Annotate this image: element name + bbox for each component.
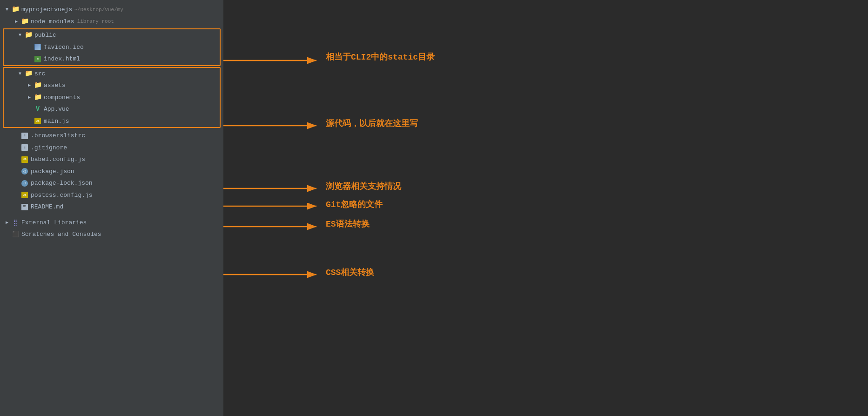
tree-item-label: src [34, 69, 45, 79]
vue-file-icon: V [34, 105, 42, 114]
arrow-down-icon: ▼ [17, 32, 23, 39]
tree-item-browserslistrc[interactable]: ≡ .browserslistrc [0, 130, 223, 142]
tree-item-label: README.md [31, 202, 63, 212]
arrow-right-icon: ▶ [13, 18, 20, 25]
arrow-down-icon: ▼ [17, 70, 23, 77]
annotation-postcss: CSS相关转换 [326, 267, 374, 278]
annotation-panel: 相当于CLI2中的static目录 源代码，以后就在这里写 浏览器相关支持情况 … [223, 0, 868, 416]
json-file-icon: {} [20, 167, 29, 175]
tree-item-node-modules[interactable]: ▶ 📁 node_modules library root [0, 16, 223, 28]
tree-item-scratches[interactable]: ⬛ Scratches and Consoles [0, 228, 223, 241]
scratch-icon: ⬛ [11, 230, 20, 239]
tree-item-assets[interactable]: ▶ 📁 assets [4, 80, 220, 92]
tree-item-label: components [44, 93, 80, 102]
js-file-icon: JS [20, 191, 29, 199]
tree-item-label: node_modules [31, 17, 74, 27]
tree-item-label: main.js [44, 117, 69, 126]
annotation-browserslistrc: 浏览器相关支持情况 [326, 181, 401, 192]
file-tree-panel: ▼ 📁 myprojectvuejs ~/Desktop/Vue/my ▶ 📁 … [0, 0, 223, 416]
tree-item-postcss-config[interactable]: JS postcss.config.js [0, 189, 223, 201]
tree-item-label: index.html [44, 54, 80, 64]
tree-item-external-libraries[interactable]: ▶ ⣿ External Libraries [0, 217, 223, 229]
tree-item-components[interactable]: ▶ 📁 components [4, 92, 220, 104]
folder-icon: 📁 [34, 81, 42, 90]
tree-item-public[interactable]: ▼ 📁 public [4, 29, 220, 41]
tree-item-babel-config[interactable]: JS babel.config.js [0, 154, 223, 166]
annotation-gitignore: Git忽略的文件 [326, 199, 383, 210]
tree-item-label: package.json [31, 167, 74, 176]
tree-item-package-json[interactable]: {} package.json [0, 166, 223, 178]
js-file-icon: JS [20, 155, 29, 164]
tree-item-readme[interactable]: MD README.md [0, 201, 223, 213]
arrow-right-icon: ▶ [26, 82, 33, 89]
tree-item-label: App.vue [44, 105, 69, 114]
config-file-icon: ≡ [20, 132, 29, 140]
tree-item-label: .browserslistrc [31, 131, 85, 141]
html-file-icon: H [34, 55, 42, 63]
tree-item-root[interactable]: ▼ 📁 myprojectvuejs ~/Desktop/Vue/my [0, 4, 223, 16]
arrow-right-icon: ▶ [4, 219, 10, 226]
folder-icon: 📁 [11, 6, 20, 14]
folder-icon: 📁 [34, 93, 42, 101]
tree-item-label: favicon.ico [44, 43, 84, 52]
tree-item-gitignore[interactable]: ≡ .gitignore [0, 142, 223, 154]
tree-item-label: public [34, 31, 56, 40]
arrow-right-icon: ▶ [26, 94, 33, 101]
tree-item-favicon[interactable]: favicon.ico [4, 41, 220, 54]
tree-item-label: Scratches and Consoles [21, 230, 101, 239]
folder-icon: 📁 [24, 69, 33, 78]
library-root-badge: library root [77, 18, 114, 26]
tree-item-label: package-lock.json [31, 179, 93, 188]
tree-item-app-vue[interactable]: V App.vue [4, 103, 220, 115]
ico-file-icon [34, 43, 42, 51]
arrow-down-icon: ▼ [4, 6, 10, 13]
annotation-babel: ES语法转换 [326, 218, 370, 229]
annotation-public: 相当于CLI2中的static目录 [326, 51, 435, 62]
tree-item-label: assets [44, 81, 66, 90]
tree-item-src[interactable]: ▼ 📁 src [4, 68, 220, 80]
annotation-src: 源代码，以后就在这里写 [326, 118, 418, 129]
folder-icon: 📁 [24, 31, 33, 40]
tree-item-label: External Libraries [21, 218, 87, 228]
js-file-icon: JS [34, 117, 42, 125]
arrows-svg [223, 0, 868, 416]
md-file-icon: MD [20, 203, 29, 211]
folder-icon: 📁 [20, 17, 29, 26]
tree-item-main-js[interactable]: JS main.js [4, 115, 220, 127]
tree-item-label: myprojectvuejs [21, 5, 72, 14]
path-label: ~/Desktop/Vue/my [74, 6, 123, 14]
ext-libs-icon: ⣿ [11, 218, 20, 227]
git-file-icon: ≡ [20, 143, 29, 152]
json-file-icon: {} [20, 179, 29, 188]
tree-item-label: postcss.config.js [31, 191, 93, 200]
tree-item-label: .gitignore [31, 143, 67, 153]
tree-item-package-lock-json[interactable]: {} package-lock.json [0, 177, 223, 189]
tree-item-index-html[interactable]: H index.html [4, 53, 220, 65]
tree-item-label: babel.config.js [31, 155, 85, 164]
